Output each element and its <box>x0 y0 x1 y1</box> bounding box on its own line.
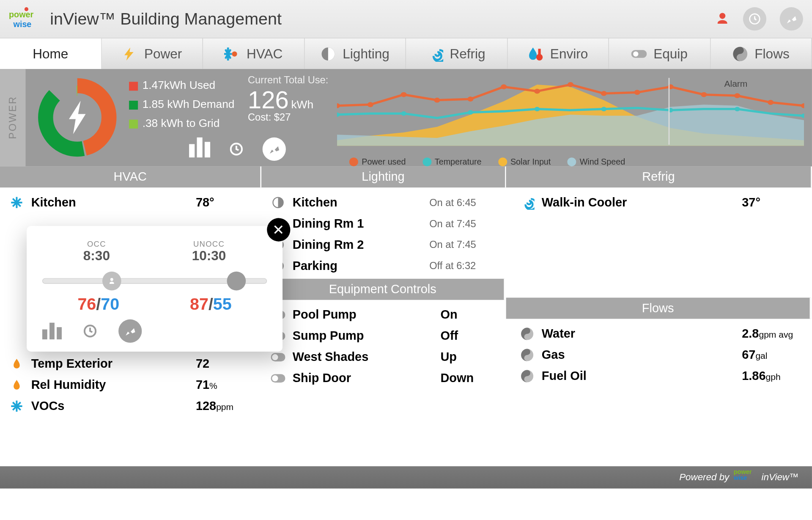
lightning-icon <box>122 46 137 61</box>
hvac-row-relhum[interactable]: Rel Humidity 71% <box>7 374 254 396</box>
alarm-label: Alarm <box>724 79 747 89</box>
settings-button[interactable] <box>780 7 803 30</box>
flows-row[interactable]: Water2.8gpm avg <box>517 323 800 344</box>
popup-wrench-icon[interactable] <box>118 319 142 343</box>
user-icon[interactable] <box>715 12 730 26</box>
equip-header: Equipment Controls <box>261 279 505 300</box>
yinyang-icon <box>519 327 535 341</box>
tab-equip[interactable]: Equip <box>609 39 710 69</box>
lighting-row[interactable]: Dining Rm 2On at 7:45 <box>268 234 498 256</box>
occ-knob[interactable] <box>102 272 121 291</box>
spiral-icon <box>428 46 443 61</box>
svg-point-23 <box>701 92 707 97</box>
svg-point-16 <box>468 96 474 102</box>
popup-barchart-icon[interactable] <box>42 323 62 339</box>
half-circle-icon <box>270 196 286 209</box>
schedule-icon[interactable] <box>225 138 248 161</box>
lighting-header: Lighting <box>261 166 506 187</box>
svg-point-1 <box>232 51 237 56</box>
clock-button[interactable] <box>743 7 766 30</box>
close-icon[interactable]: ✕ <box>267 218 290 241</box>
tab-flows[interactable]: Flows <box>710 39 812 69</box>
snow-icon <box>9 196 25 209</box>
refrig-header: Refrig <box>506 166 812 187</box>
svg-point-21 <box>634 90 640 95</box>
tab-home[interactable]: Home <box>0 39 102 69</box>
power-side-label: POWER <box>7 96 19 140</box>
svg-point-25 <box>768 100 774 105</box>
svg-point-28 <box>401 111 407 116</box>
svg-point-12 <box>337 103 340 108</box>
flows-row[interactable]: Fuel Oil1.86gph <box>517 366 800 387</box>
svg-point-6 <box>633 51 638 56</box>
occ-setpoint: 76/70 <box>77 295 119 314</box>
footer-logo: powerwise <box>734 470 757 485</box>
schedule-slider[interactable] <box>42 272 267 289</box>
equip-row[interactable]: Sump PumpOff <box>268 325 498 347</box>
svg-point-29 <box>468 110 474 115</box>
svg-point-34 <box>801 113 804 118</box>
svg-point-13 <box>368 102 373 107</box>
svg-point-18 <box>534 89 540 94</box>
svg-point-17 <box>501 84 507 89</box>
svg-point-24 <box>735 93 741 98</box>
lighting-row[interactable]: ParkingOff at 6:32 <box>268 256 498 277</box>
bar-chart-icon[interactable] <box>189 138 210 157</box>
wrench-icon[interactable] <box>263 138 286 161</box>
hvac-header: HVAC <box>0 166 261 187</box>
svg-point-19 <box>568 82 573 87</box>
lighting-icon <box>321 46 336 61</box>
chart-legend: Power used Temperature Solar Input Wind … <box>349 157 625 166</box>
svg-point-30 <box>535 107 540 111</box>
svg-point-26 <box>801 103 804 108</box>
flows-row[interactable]: Gas67gal <box>517 344 800 366</box>
switch-icon <box>631 46 647 61</box>
power-donut-chart <box>36 76 119 159</box>
flows-header: Flows <box>506 298 811 319</box>
power-chart: Alarm Power used Temperature Solar Input… <box>337 74 804 166</box>
hvac-schedule-popup: ✕ OCC8:30 UNOCC10:30 76/70 87/55 <box>27 226 283 352</box>
tab-refrig[interactable]: Refrig <box>406 39 508 69</box>
footer: Powered by powerwise inView™ <box>0 466 812 489</box>
alarm-line <box>669 78 670 145</box>
lighting-row[interactable]: Dining Rm 1On at 7:45 <box>268 213 498 234</box>
svg-point-14 <box>401 92 407 97</box>
equip-row[interactable]: Pool PumpOn <box>268 304 498 325</box>
flame-icon <box>9 379 25 391</box>
yinyang-icon <box>732 46 748 61</box>
hvac-row-tempext[interactable]: Temp Exterior 72 <box>7 353 254 374</box>
main-tabs: Home Power HVAC Lighting Refrig Enviro E… <box>0 38 812 69</box>
flame-icon <box>9 358 25 370</box>
equip-row[interactable]: West ShadesUp <box>268 347 498 368</box>
svg-point-27 <box>337 113 340 117</box>
hvac-row-vocs[interactable]: VOCs 128ppm <box>7 396 254 417</box>
svg-point-31 <box>601 107 607 111</box>
unocc-knob[interactable] <box>227 272 246 291</box>
powerwise-logo: powerwise <box>9 7 39 30</box>
equip-row[interactable]: Ship DoorDown <box>268 368 498 389</box>
svg-point-46 <box>272 375 278 381</box>
svg-point-15 <box>434 98 440 103</box>
popup-clock-icon[interactable] <box>78 319 102 343</box>
app-title: inView™ Building Management <box>50 9 282 28</box>
svg-rect-4 <box>538 49 541 56</box>
tab-power[interactable]: Power <box>102 39 203 69</box>
unocc-setpoint: 87/55 <box>190 295 232 314</box>
occ-time: 8:30 <box>83 248 110 264</box>
hvac-row-kitchen[interactable]: Kitchen 78° <box>7 192 254 213</box>
spiral-icon <box>519 195 535 210</box>
svg-point-33 <box>735 107 740 111</box>
power-summary: POWER 1.47kWh Used 1.85 kWh Demand .38 k… <box>0 69 812 166</box>
tab-lighting[interactable]: Lighting <box>304 39 406 69</box>
unocc-label: UNOCC <box>192 239 226 248</box>
snow-icon <box>9 399 25 413</box>
lighting-row[interactable]: KitchenOn at 6:45 <box>268 192 498 213</box>
svg-point-20 <box>601 91 607 96</box>
unocc-time: 10:30 <box>192 248 226 264</box>
svg-point-44 <box>272 354 278 360</box>
hvac-icon <box>224 46 240 61</box>
refrig-row[interactable]: Walk-in Cooler37° <box>517 192 800 213</box>
tab-hvac[interactable]: HVAC <box>203 39 304 69</box>
tab-enviro[interactable]: Enviro <box>508 39 609 69</box>
occ-label: OCC <box>83 239 110 248</box>
